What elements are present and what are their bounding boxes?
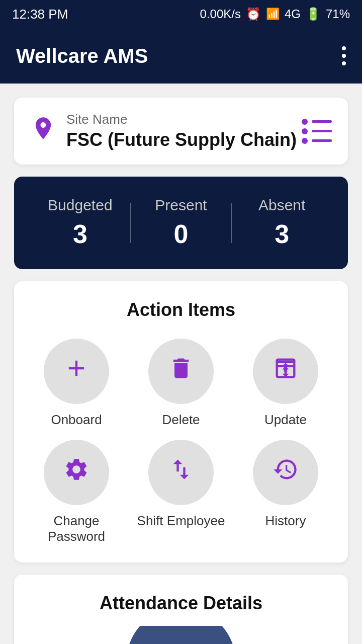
history-icon bbox=[273, 456, 299, 489]
network-speed: 0.00K/s bbox=[200, 7, 241, 21]
action-items-title: Action Items bbox=[28, 299, 334, 320]
trash-icon bbox=[168, 355, 194, 387]
clock-icon: ⏰ bbox=[246, 7, 261, 21]
present-label: Present bbox=[131, 197, 231, 214]
attendance-title: Attendance Details bbox=[28, 593, 334, 614]
app-bar: Wellcare AMS bbox=[0, 28, 362, 84]
budgeted-label: Budgeted bbox=[30, 197, 130, 214]
signal-icon: 📶 bbox=[266, 8, 280, 21]
action-history[interactable]: History bbox=[237, 440, 334, 544]
list-line-2 bbox=[302, 128, 332, 134]
action-items-card: Action Items Onboard bbox=[14, 281, 348, 562]
time-display: 12:38 PM bbox=[12, 7, 68, 22]
site-name: FSC (Future Supply Chain) bbox=[66, 129, 297, 150]
shift-employee-label: Shift Employee bbox=[137, 513, 225, 529]
app-title: Wellcare AMS bbox=[16, 45, 148, 67]
absent-value: 3 bbox=[232, 219, 332, 249]
budgeted-value: 3 bbox=[30, 219, 130, 249]
change-password-circle bbox=[44, 440, 109, 505]
site-info: Site Name FSC (Future Supply Chain) bbox=[30, 112, 297, 150]
shift-icon bbox=[168, 456, 194, 489]
list-line-1 bbox=[302, 119, 332, 125]
change-password-label: Change Password bbox=[28, 513, 125, 544]
gear-icon bbox=[63, 456, 89, 489]
history-label: History bbox=[265, 513, 306, 529]
action-grid: Onboard Delete bbox=[28, 339, 334, 544]
delete-circle bbox=[148, 339, 214, 404]
onboard-circle bbox=[44, 339, 109, 404]
dot1 bbox=[342, 46, 346, 50]
absent-label: Absent bbox=[232, 197, 332, 214]
dot3 bbox=[342, 61, 346, 65]
donut-chart: 0 Present bbox=[28, 626, 334, 644]
delete-label: Delete bbox=[162, 412, 200, 428]
site-text: Site Name FSC (Future Supply Chain) bbox=[66, 112, 297, 150]
update-circle bbox=[253, 339, 318, 404]
more-options-button[interactable] bbox=[342, 46, 346, 65]
action-shift-employee[interactable]: Shift Employee bbox=[133, 440, 229, 544]
history-circle bbox=[253, 440, 318, 505]
list-menu-button[interactable] bbox=[302, 119, 332, 144]
attendance-card: Attendance Details 0 Present bbox=[14, 575, 348, 644]
main-content: Site Name FSC (Future Supply Chain) Budg… bbox=[0, 84, 362, 644]
action-change-password[interactable]: Change Password bbox=[28, 440, 125, 544]
battery-icon: 🔋 bbox=[306, 7, 321, 21]
action-delete[interactable]: Delete bbox=[133, 339, 229, 428]
battery-level: 71% bbox=[326, 7, 350, 21]
stat-budgeted: Budgeted 3 bbox=[30, 197, 130, 249]
plus-icon bbox=[63, 355, 89, 387]
onboard-label: Onboard bbox=[51, 412, 102, 428]
dot2 bbox=[342, 54, 346, 58]
shift-employee-circle bbox=[148, 440, 214, 505]
location-icon bbox=[30, 115, 56, 147]
action-onboard[interactable]: Onboard bbox=[28, 339, 125, 428]
stat-present: Present 0 bbox=[131, 197, 231, 249]
site-card: Site Name FSC (Future Supply Chain) bbox=[14, 98, 348, 165]
present-value: 0 bbox=[131, 219, 231, 249]
upload-icon bbox=[273, 355, 299, 387]
stats-card: Budgeted 3 Present 0 Absent 3 bbox=[14, 177, 348, 269]
action-update[interactable]: Update bbox=[237, 339, 334, 428]
donut-svg: 0 Present bbox=[111, 626, 251, 644]
stat-absent: Absent 3 bbox=[232, 197, 332, 249]
site-label: Site Name bbox=[66, 112, 297, 127]
status-bar: 12:38 PM 0.00K/s ⏰ 📶 4G 🔋 71% bbox=[0, 0, 362, 28]
status-right: 0.00K/s ⏰ 📶 4G 🔋 71% bbox=[200, 7, 350, 21]
list-line-3 bbox=[302, 138, 332, 144]
network-type: 4G bbox=[285, 7, 301, 21]
update-label: Update bbox=[264, 412, 307, 428]
